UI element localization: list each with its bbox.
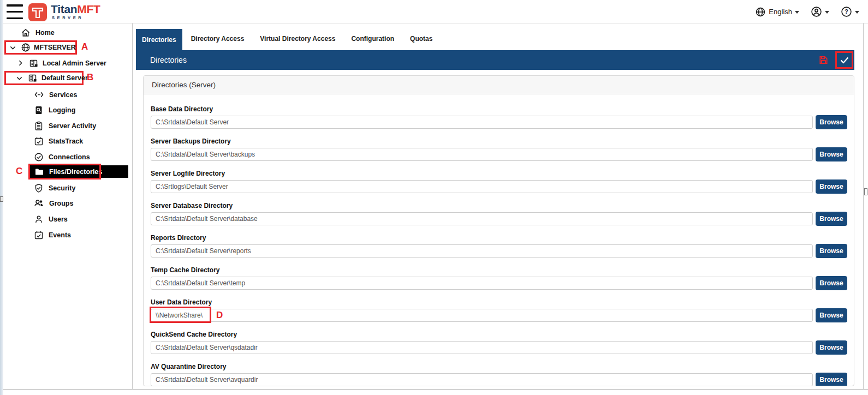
panel-title: Directories (Server) bbox=[144, 76, 854, 94]
annotation-letter-a: A bbox=[81, 41, 88, 52]
section-header-bar: Directories bbox=[136, 50, 854, 70]
section-title: Directories bbox=[150, 50, 187, 70]
tab-bar: Directories Directory Access Virtual Dir… bbox=[136, 29, 441, 50]
sidebar-nav: Home MFTSERVER A Local Admi bbox=[0, 23, 133, 389]
sidebar-item-label: Logging bbox=[49, 106, 75, 114]
sidebar-item-mftserver[interactable]: MFTSERVER bbox=[6, 41, 76, 54]
hamburger-menu-icon[interactable] bbox=[7, 4, 23, 19]
sidebar-item-services[interactable]: Services bbox=[34, 88, 77, 101]
sidebar-item-connections[interactable]: Connections bbox=[34, 151, 90, 163]
server-backups-directory-input[interactable] bbox=[151, 148, 813, 161]
sidebar-item-default-server[interactable]: Default Server bbox=[6, 72, 88, 85]
save-icon[interactable] bbox=[819, 55, 828, 65]
temp-cache-directory-input[interactable] bbox=[151, 277, 813, 290]
reports-directory-input[interactable] bbox=[151, 244, 813, 258]
browse-button[interactable]: Browse bbox=[816, 308, 847, 322]
sidebar-item-statstrack[interactable]: StatsTrack bbox=[34, 135, 83, 147]
chevron-down-icon bbox=[855, 11, 859, 14]
field-group-server-logfile: Server Logfile Directory Browse bbox=[151, 170, 847, 194]
logo-mark-icon bbox=[28, 3, 47, 21]
server-icon bbox=[29, 58, 39, 68]
sidebar-item-label: MFTSERVER bbox=[34, 44, 76, 51]
sidebar-item-label: StatsTrack bbox=[49, 137, 83, 145]
directories-panel: Directories (Server) Base Data Directory… bbox=[143, 75, 854, 386]
sidebar-item-label: Security bbox=[49, 184, 75, 192]
tab-configuration[interactable]: Configuration bbox=[344, 29, 401, 49]
sidebar-item-events[interactable]: Events bbox=[34, 229, 71, 241]
annotation-box-apply bbox=[835, 51, 853, 69]
browse-button[interactable]: Browse bbox=[816, 212, 847, 226]
annotation-box-c bbox=[28, 164, 101, 179]
tab-directory-access[interactable]: Directory Access bbox=[184, 29, 252, 49]
user-circle-icon bbox=[811, 6, 822, 17]
window-bottom-border bbox=[0, 389, 868, 390]
sidebar-item-label: Server Activity bbox=[49, 122, 96, 130]
app-logo: TitanMFT SERVER bbox=[28, 3, 100, 21]
groups-icon bbox=[34, 198, 44, 208]
sidebar-item-users[interactable]: Users bbox=[34, 213, 68, 225]
field-label: Temp Cache Directory bbox=[151, 266, 847, 274]
sidebar-item-security[interactable]: Security bbox=[34, 182, 75, 194]
sidebar-item-label: Users bbox=[49, 216, 68, 223]
server-icon bbox=[28, 73, 38, 83]
annotation-letter-c: C bbox=[16, 166, 22, 177]
sidebar-item-groups[interactable]: Groups bbox=[34, 197, 73, 210]
field-label: Server Backups Directory bbox=[151, 137, 847, 145]
browse-button[interactable]: Browse bbox=[816, 115, 847, 129]
browse-button[interactable]: Browse bbox=[816, 147, 847, 161]
chevron-down-icon[interactable] bbox=[15, 74, 23, 82]
sidebar-item-logging[interactable]: Logging bbox=[34, 104, 75, 116]
sidebar-item-server-activity[interactable]: Server Activity bbox=[34, 119, 96, 132]
field-label: Server Database Directory bbox=[151, 202, 847, 210]
field-label: Reports Directory bbox=[151, 234, 847, 242]
server-logfile-directory-input[interactable] bbox=[151, 180, 813, 193]
tab-virtual-directory-access[interactable]: Virtual Directory Access bbox=[253, 29, 342, 49]
field-label: Base Data Directory bbox=[151, 105, 847, 113]
circle-check-icon bbox=[34, 152, 44, 162]
field-group-server-database: Server Database Directory Browse bbox=[151, 202, 847, 226]
field-label: QuickSend Cache Directory bbox=[151, 331, 847, 338]
field-group-temp-cache: Temp Cache Directory Browse bbox=[151, 266, 847, 290]
chevron-down-icon[interactable] bbox=[9, 44, 17, 52]
browse-button[interactable]: Browse bbox=[816, 373, 847, 386]
window-left-edge-mark bbox=[0, 196, 3, 202]
services-icon bbox=[34, 89, 44, 100]
language-selector[interactable]: English bbox=[755, 7, 799, 17]
help-menu[interactable]: ? bbox=[841, 6, 859, 17]
account-menu[interactable] bbox=[811, 6, 829, 17]
browse-button[interactable]: Browse bbox=[816, 244, 847, 258]
server-database-directory-input[interactable] bbox=[151, 212, 813, 225]
tab-directories[interactable]: Directories bbox=[136, 29, 182, 50]
sidebar-item-label: Default Server bbox=[41, 74, 88, 82]
logo-subtitle: SERVER bbox=[51, 16, 100, 20]
browse-button[interactable]: Browse bbox=[816, 340, 847, 355]
tab-quotas[interactable]: Quotas bbox=[403, 29, 439, 49]
apply-check-icon[interactable] bbox=[839, 55, 850, 65]
sidebar-item-label: Services bbox=[49, 91, 77, 99]
sidebar-item-local-admin-server[interactable]: Local Admin Server bbox=[16, 57, 106, 69]
vertical-scrollbar[interactable] bbox=[863, 23, 868, 389]
base-data-directory-input[interactable] bbox=[151, 116, 813, 129]
annotation-letter-b: B bbox=[87, 72, 93, 83]
field-group-reports: Reports Directory Browse bbox=[151, 234, 847, 258]
sidebar-item-label: Home bbox=[35, 29, 55, 37]
field-group-av-quarantine: AV Quarantine Directory Browse bbox=[151, 363, 847, 386]
logo-title-primary: Titan bbox=[51, 3, 77, 15]
field-label: User Data Directory bbox=[151, 298, 847, 306]
browse-button[interactable]: Browse bbox=[816, 179, 847, 194]
quicksend-cache-directory-input[interactable] bbox=[151, 341, 813, 354]
globe-icon bbox=[755, 7, 766, 17]
annotation-letter-d: D bbox=[216, 310, 223, 321]
user-data-directory-input[interactable] bbox=[151, 309, 813, 322]
sidebar-item-home[interactable]: Home bbox=[21, 26, 55, 39]
browse-button[interactable]: Browse bbox=[816, 276, 847, 290]
sidebar-item-label: Events bbox=[49, 231, 71, 239]
field-label: Server Logfile Directory bbox=[151, 170, 847, 177]
chevron-right-icon[interactable] bbox=[16, 59, 25, 67]
top-bar: TitanMFT SERVER English bbox=[0, 0, 868, 23]
scrollbar-thumb[interactable] bbox=[864, 188, 867, 195]
chevron-down-icon bbox=[795, 11, 799, 14]
user-icon bbox=[34, 214, 44, 224]
av-quarantine-directory-input[interactable] bbox=[151, 373, 813, 386]
globe-icon bbox=[21, 43, 31, 52]
